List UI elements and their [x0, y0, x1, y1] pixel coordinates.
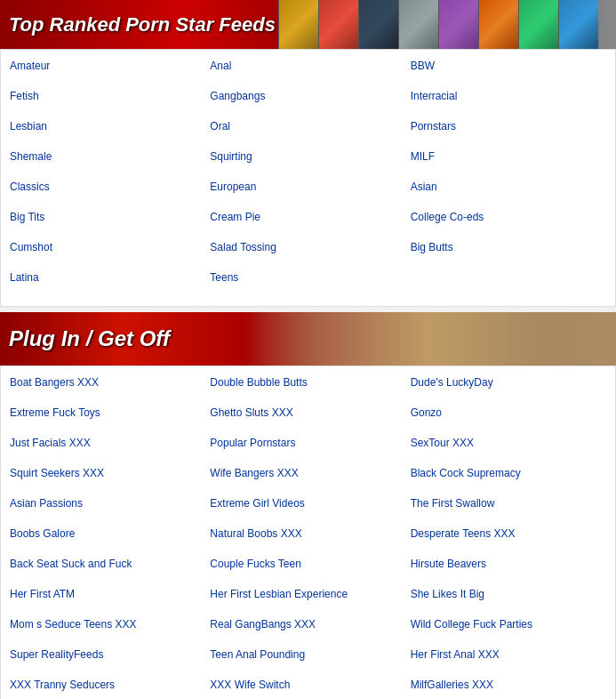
list-item[interactable]: Dude's LuckyDay — [411, 374, 606, 391]
list-item[interactable]: Just Facials XXX — [10, 434, 205, 452]
list-item[interactable]: The First Swallow — [411, 494, 606, 512]
list-item[interactable]: XXX Wife Switch — [210, 676, 405, 694]
list-item[interactable]: Pornstars — [411, 117, 606, 135]
plug-in-faces — [243, 312, 616, 366]
plug-in-col3: Dude's LuckyDayGonzoSexTour XXXBlack Coc… — [411, 374, 606, 699]
top-ranked-col1: AmateurFetishLesbianShemaleClassicsBig T… — [10, 57, 205, 299]
list-item[interactable]: Amateur — [10, 57, 205, 75]
plug-in-section: Plug In / Get Off Boat Bangers XXXExtrem… — [0, 312, 616, 699]
list-item[interactable]: Double Bubble Butts — [210, 374, 405, 391]
thumb-5 — [438, 0, 478, 49]
list-item[interactable]: Her First Anal XXX — [411, 646, 606, 663]
list-item[interactable]: Back Seat Suck and Fuck — [10, 555, 205, 573]
list-item[interactable]: Black Cock Supremacy — [411, 464, 606, 482]
thumb-7 — [518, 0, 558, 49]
list-item[interactable]: Cream Pie — [210, 208, 405, 226]
list-item[interactable]: SexTour XXX — [411, 434, 606, 452]
list-item[interactable]: Natural Boobs XXX — [210, 525, 405, 542]
list-item[interactable]: Mom s Seduce Teens XXX — [10, 615, 205, 633]
list-item[interactable]: European — [210, 178, 405, 196]
list-item[interactable]: Boat Bangers XXX — [10, 374, 205, 391]
list-item[interactable]: MilfGalleries XXX — [411, 676, 606, 694]
list-item[interactable]: Teen Anal Pounding — [210, 646, 405, 663]
list-item[interactable]: She Likes It Big — [411, 585, 606, 603]
list-item[interactable]: Anal — [210, 57, 405, 75]
plug-in-content: Boat Bangers XXXExtreme Fuck ToysJust Fa… — [0, 366, 616, 699]
thumb-6 — [478, 0, 518, 49]
list-item[interactable]: Asian Passions — [10, 494, 205, 512]
list-item[interactable]: Desperate Teens XXX — [411, 525, 606, 542]
list-item[interactable]: Her First Lesbian Experience — [210, 585, 405, 603]
thumb-3 — [358, 0, 398, 49]
list-item[interactable]: Lesbian — [10, 117, 205, 135]
thumb-8 — [558, 0, 598, 49]
list-item[interactable]: College Co-eds — [411, 208, 606, 226]
list-item[interactable]: Extreme Fuck Toys — [10, 404, 205, 422]
list-item[interactable]: Cumshot — [10, 238, 205, 256]
banner-thumbnails — [278, 0, 616, 49]
plug-in-col1: Boat Bangers XXXExtreme Fuck ToysJust Fa… — [10, 374, 205, 699]
top-ranked-title: Top Ranked Porn Star Feeds — [0, 13, 284, 36]
list-item[interactable]: Fetish — [10, 87, 205, 105]
list-item[interactable]: MILF — [411, 148, 606, 165]
top-ranked-content: AmateurFetishLesbianShemaleClassicsBig T… — [0, 49, 616, 307]
list-item[interactable]: Squirt Seekers XXX — [10, 464, 205, 482]
list-item[interactable]: Teens — [210, 269, 405, 286]
list-item[interactable]: Classics — [10, 178, 205, 196]
list-item[interactable]: Popular Pornstars — [210, 434, 405, 452]
list-item[interactable]: Squirting — [210, 148, 405, 165]
list-item[interactable]: XXX Tranny Seducers — [10, 676, 205, 694]
list-item[interactable]: Gangbangs — [210, 87, 405, 105]
list-item[interactable]: Asian — [411, 178, 606, 196]
top-ranked-banner: Top Ranked Porn Star Feeds — [0, 0, 616, 49]
top-ranked-col2: AnalGangbangsOralSquirtingEuropeanCream … — [210, 57, 405, 299]
list-item[interactable]: Boobs Galore — [10, 525, 205, 542]
plug-in-banner: Plug In / Get Off — [0, 312, 616, 366]
list-item[interactable]: Big Butts — [411, 238, 606, 256]
thumb-2 — [318, 0, 358, 49]
list-item[interactable]: Super RealityFeeds — [10, 646, 205, 663]
list-item[interactable]: Hirsute Beavers — [411, 555, 606, 573]
plug-in-col2: Double Bubble ButtsGhetto Sluts XXXPopul… — [210, 374, 405, 699]
list-item[interactable]: Extreme Girl Videos — [210, 494, 405, 512]
list-item[interactable]: Shemale — [10, 148, 205, 165]
list-item[interactable]: Wife Bangers XXX — [210, 464, 405, 482]
list-item[interactable]: Ghetto Sluts XXX — [210, 404, 405, 422]
list-item[interactable]: Gonzo — [411, 404, 606, 422]
list-item[interactable]: Salad Tossing — [210, 238, 405, 256]
list-item[interactable]: Interracial — [411, 87, 606, 105]
plug-in-title: Plug In / Get Off — [0, 326, 179, 351]
list-item[interactable]: Wild College Fuck Parties — [411, 615, 606, 633]
top-ranked-section: Top Ranked Porn Star Feeds AmateurFetish… — [0, 0, 616, 307]
thumb-4 — [398, 0, 438, 49]
list-item[interactable]: Latina — [10, 269, 205, 286]
top-ranked-links-grid: AmateurFetishLesbianShemaleClassicsBig T… — [10, 57, 606, 299]
list-item[interactable]: Her First ATM — [10, 585, 205, 603]
list-item[interactable]: Big Tits — [10, 208, 205, 226]
list-item[interactable]: BBW — [411, 57, 606, 75]
list-item[interactable]: Couple Fucks Teen — [210, 555, 405, 573]
list-item[interactable]: Oral — [210, 117, 405, 135]
plug-in-links-grid: Boat Bangers XXXExtreme Fuck ToysJust Fa… — [10, 374, 606, 699]
list-item[interactable]: Real GangBangs XXX — [210, 615, 405, 633]
top-ranked-col3: BBWInterracialPornstarsMILFAsianCollege … — [411, 57, 606, 299]
